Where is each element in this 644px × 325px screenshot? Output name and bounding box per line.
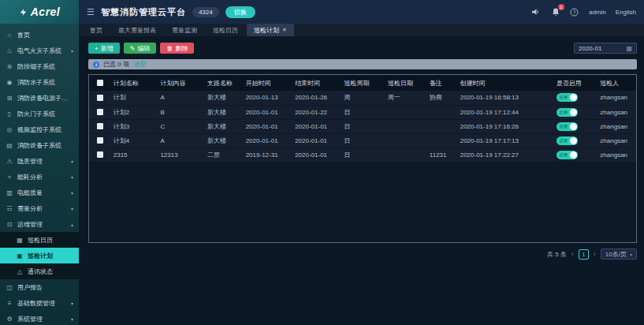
toggle-knob xyxy=(570,123,577,130)
delete-button[interactable]: 🗑删除 xyxy=(160,43,194,54)
row-checkbox[interactable] xyxy=(97,109,103,115)
chevron-down-icon: ▾ xyxy=(71,190,73,196)
column-header: 是否启用 xyxy=(554,75,598,91)
tab-label: 巡检日历 xyxy=(213,26,238,35)
table-row: 计划2B新大楼2020-01-012020-01-22日2020-01-19 1… xyxy=(89,105,636,119)
door-icon: ▯ xyxy=(6,110,13,118)
toggle-label: 启用 xyxy=(557,109,568,115)
column-header: 巡检人 xyxy=(597,75,636,91)
cell-remark xyxy=(427,133,458,148)
toolbar: +新增 ✎编辑 🗑删除 2020-01 ▦ xyxy=(88,43,637,54)
report-icon: ◫ xyxy=(6,284,13,291)
enable-toggle[interactable]: 启用 xyxy=(557,136,578,145)
table-row: 计划3C新大楼2020-01-012020-01-01日2020-01-19 1… xyxy=(89,119,636,133)
quality-icon: ▥ xyxy=(6,189,13,196)
enable-toggle[interactable]: 启用 xyxy=(557,122,578,131)
cell-date xyxy=(385,119,427,133)
sidebar-item-label: 隐患管理 xyxy=(17,157,43,166)
row-checkbox[interactable] xyxy=(97,151,103,158)
cell-start: 2020-01-01 xyxy=(244,105,292,119)
column-header: 创建时间 xyxy=(458,75,554,91)
month-picker-value: 2020-01 xyxy=(579,45,601,52)
switch-button[interactable]: 切换 xyxy=(225,6,255,18)
toggle-label: 启用 xyxy=(557,95,568,101)
sidebar-item-demand-analysis[interactable]: ☷需量分析▾ xyxy=(0,200,79,216)
enable-toggle[interactable]: 启用 xyxy=(557,93,578,102)
select-all-checkbox[interactable] xyxy=(97,80,103,86)
row-checkbox[interactable] xyxy=(97,123,103,129)
add-button[interactable]: +新增 xyxy=(88,43,120,54)
cell-branch: 新大楼 xyxy=(205,105,244,119)
cell-start: 2019-12-31 xyxy=(244,148,292,162)
language-switcher[interactable]: English xyxy=(616,9,636,16)
prev-page-icon[interactable]: ‹ xyxy=(571,250,574,258)
energy-icon: ≈ xyxy=(6,174,13,181)
sidebar-item-fire-door[interactable]: ▯防火门子系统 xyxy=(0,106,79,121)
column-header: 结束时间 xyxy=(292,75,341,91)
sidebar-item-energy-analysis[interactable]: ≈能耗分析▾ xyxy=(0,169,79,185)
page-size-select[interactable]: 10条/页 ▾ xyxy=(601,248,637,260)
column-header: 计划名称 xyxy=(111,75,158,91)
cell-branch: 新大楼 xyxy=(205,119,244,133)
toggle-knob xyxy=(570,109,577,116)
volume-icon[interactable] xyxy=(532,7,542,17)
chevron-down-icon: ▾ xyxy=(71,301,73,306)
next-page-icon[interactable]: › xyxy=(594,250,596,258)
sidebar-item-fire-equipment-power[interactable]: ⊞消防设备电源子系统 xyxy=(0,90,79,106)
sidebar-item-ops-management[interactable]: ⊡运维管理▴ xyxy=(0,216,79,232)
sidebar-item-hazard-management[interactable]: ⚠隐患管理▾ xyxy=(0,153,79,169)
help-icon[interactable]: ? xyxy=(570,7,579,17)
cell-inspector: zhangsan xyxy=(597,105,636,119)
row-checkbox[interactable] xyxy=(97,95,103,101)
table-row: 231512313二层2019-12-312020-01-01日11231202… xyxy=(89,148,636,162)
chevron-down-icon: ▾ xyxy=(71,159,73,164)
tab-inspection-calendar[interactable]: 巡检日历 xyxy=(206,24,245,36)
cell-remark xyxy=(427,105,458,119)
cell-date xyxy=(385,105,427,119)
user-menu[interactable]: admin xyxy=(589,9,606,16)
sidebar-item-comm-status[interactable]: △通讯状态 xyxy=(0,263,79,279)
page-number-button[interactable]: 1 xyxy=(579,249,589,260)
tab-home[interactable]: 首页 xyxy=(83,24,110,36)
home-icon: ⌂ xyxy=(6,32,13,39)
sidebar-item-power-quality[interactable]: ▥电能质量▾ xyxy=(0,185,79,200)
toggle-knob xyxy=(570,94,577,101)
power-icon: ⊞ xyxy=(6,95,13,102)
tab-inspection-plan[interactable]: 巡检计划✕ xyxy=(247,24,294,36)
info-icon: i xyxy=(93,62,99,68)
cell-name: 计划3 xyxy=(111,119,158,133)
sidebar-item-video-surveillance[interactable]: ◎视频监控子系统 xyxy=(0,121,79,137)
cell-date: 周一 xyxy=(385,91,427,105)
table-row: 计划4A新大楼2020-01-012020-01-01日2020-01-19 1… xyxy=(89,133,636,148)
enable-toggle[interactable]: 启用 xyxy=(557,151,578,159)
sidebar-item-label: 巡检日历 xyxy=(28,236,53,245)
brand-name: Acrel xyxy=(31,6,61,18)
count-badge: 4324 xyxy=(192,7,219,17)
edit-button[interactable]: ✎编辑 xyxy=(124,43,157,54)
sidebar-item-smoke-control[interactable]: ≋防排烟子系统 xyxy=(0,58,79,74)
sidebar-item-base-data[interactable]: ≡基础数据管理▾ xyxy=(0,295,79,311)
tab-close-icon[interactable]: ✕ xyxy=(282,27,287,33)
month-picker[interactable]: 2020-01 ▦ xyxy=(574,43,637,54)
sidebar-item-label: 消防设备电源子系统 xyxy=(17,94,73,103)
bell-icon[interactable]: 2 xyxy=(551,7,560,17)
tab-demand-monitor[interactable]: 需量监测 xyxy=(165,24,204,36)
sidebar-collapse-icon[interactable]: ☰ xyxy=(87,7,95,17)
sidebar-item-electrical-fire[interactable]: ♨电气火灾子系统▾ xyxy=(0,43,79,58)
sidebar-item-fire-water[interactable]: ◉消防水子系统 xyxy=(0,74,79,90)
sidebar-item-system-management[interactable]: ⚙系统管理▾ xyxy=(0,311,79,325)
row-checkbox[interactable] xyxy=(97,137,103,144)
enable-toggle[interactable]: 启用 xyxy=(557,108,578,117)
tab-max-demand-report[interactable]: 最大需量报表 xyxy=(111,24,163,36)
tab-label: 需量监测 xyxy=(172,26,197,35)
sidebar-item-label: 通讯状态 xyxy=(28,267,53,276)
sidebar-item-label: 电能质量 xyxy=(17,189,43,197)
sidebar-item-home[interactable]: ⌂首页 xyxy=(0,27,79,43)
sidebar-item-inspection-calendar[interactable]: ▦巡检日历 xyxy=(0,232,79,248)
cell-end: 2020-01-01 xyxy=(292,119,341,133)
sidebar-item-user-report[interactable]: ◫用户报告 xyxy=(0,279,79,295)
sidebar-item-inspection-plan[interactable]: ▣巡检计划 xyxy=(0,248,79,263)
sidebar-item-fire-equipment[interactable]: ▤消防设备子系统 xyxy=(0,137,79,153)
cell-end: 2020-01-01 xyxy=(292,148,341,162)
clear-selection-link[interactable]: 清空 xyxy=(133,60,146,69)
